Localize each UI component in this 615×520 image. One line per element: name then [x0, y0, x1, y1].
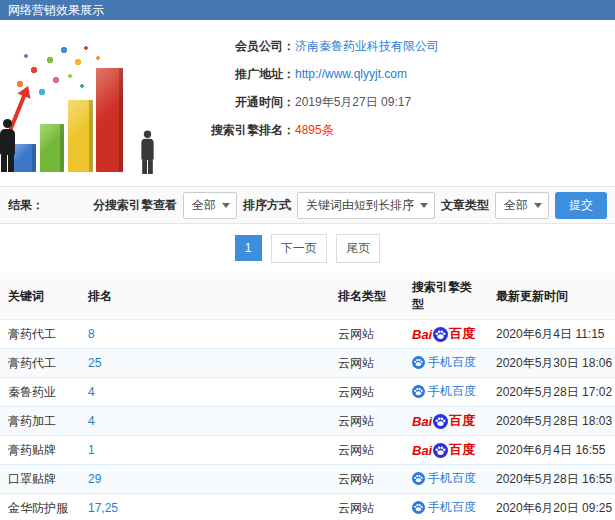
sort-value: 关键词由短到长排序 — [306, 198, 414, 212]
updated-cell: 2020年5月28日 16:55 — [488, 465, 615, 494]
table-row: 膏药代工 8 云网站 Bai百度 2020年6月4日 11:15 — [0, 320, 615, 349]
rank-link[interactable]: 4 — [88, 385, 95, 399]
rank-link[interactable]: 4 — [88, 414, 95, 428]
mobile-baidu-icon: 手机百度 — [412, 470, 476, 487]
engine-filter-select[interactable]: 全部 — [183, 192, 237, 219]
updated-cell: 2020年5月28日 18:03 — [488, 407, 615, 436]
header-keyword: 关键词 — [0, 273, 80, 320]
baidu-paw-icon — [412, 472, 425, 485]
rank-link[interactable]: 17,25 — [88, 501, 118, 515]
open-time-value: 2019年5月27日 09:17 — [295, 92, 411, 112]
table-row: 膏药代工 25 云网站 手机百度 2020年5月30日 18:06 — [0, 349, 615, 378]
baidu-paw-icon — [433, 327, 448, 342]
rank-type-cell: 云网站 — [330, 465, 404, 494]
keyword-cell: 口罩贴牌 — [0, 465, 80, 494]
rank-type-cell: 云网站 — [330, 320, 404, 349]
rank-link[interactable]: 29 — [88, 472, 101, 486]
baidu-paw-icon — [412, 385, 425, 398]
keyword-cell: 膏药贴牌 — [0, 436, 80, 465]
table-row: 秦鲁药业 4 云网站 手机百度 2020年5月28日 17:02 — [0, 378, 615, 407]
engine-cell: 手机百度 — [404, 349, 488, 378]
keyword-cell: 膏药代工 — [0, 349, 80, 378]
baidu-paw-icon — [412, 501, 425, 514]
engine-cell: 手机百度 — [404, 378, 488, 407]
mobile-baidu-icon: 手机百度 — [412, 499, 476, 516]
company-link[interactable]: 济南秦鲁药业科技有限公司 — [295, 36, 439, 56]
chart-bar — [40, 124, 64, 172]
keyword-cell: 膏药代工 — [0, 320, 80, 349]
updated-cell: 2020年6月20日 09:25 — [488, 494, 615, 520]
rank-type-cell: 云网站 — [330, 407, 404, 436]
chart-bar — [96, 68, 123, 172]
rank-type-cell: 云网站 — [330, 349, 404, 378]
baidu-logo-icon: Bai百度 — [412, 325, 475, 343]
article-type-value: 全部 — [504, 198, 528, 212]
chart-bar — [68, 100, 93, 172]
updated-cell: 2020年6月4日 16:55 — [488, 436, 615, 465]
baidu-logo-icon: Bai百度 — [412, 441, 475, 459]
engine-filter-label: 分搜索引擎查看 — [93, 197, 177, 214]
article-type-label: 文章类型 — [441, 197, 489, 214]
info-section: 会员公司： 济南秦鲁药业科技有限公司 推广地址： http://www.qlyy… — [0, 20, 615, 186]
promo-url-link[interactable]: http://www.qlyyjt.com — [295, 64, 407, 84]
rank-type-cell: 云网站 — [330, 378, 404, 407]
table-row: 膏药加工 4 云网站 Bai百度 2020年5月28日 18:03 — [0, 407, 615, 436]
table-header-row: 关键词 排名 排名类型 搜索引擎类型 最新更新时间 — [0, 273, 615, 320]
engine-cell: 手机百度 — [404, 494, 488, 520]
company-label: 会员公司： — [185, 36, 295, 56]
engine-cell: Bai百度 — [404, 407, 488, 436]
rank-count-value: 4895条 — [295, 120, 334, 140]
businessman-figure — [141, 131, 153, 174]
header-rank: 排名 — [80, 273, 330, 320]
updated-cell: 2020年6月4日 11:15 — [488, 320, 615, 349]
chevron-down-icon — [534, 203, 542, 212]
engine-cell: Bai百度 — [404, 436, 488, 465]
rank-type-cell: 云网站 — [330, 436, 404, 465]
rank-link[interactable]: 8 — [88, 327, 95, 341]
article-type-select[interactable]: 全部 — [495, 192, 549, 219]
submit-button[interactable]: 提交 — [555, 192, 607, 219]
keyword-cell: 膏药加工 — [0, 407, 80, 436]
page-title: 网络营销效果展示 — [8, 3, 104, 17]
header-rank-type: 排名类型 — [330, 273, 404, 320]
header-updated: 最新更新时间 — [488, 273, 615, 320]
keyword-cell: 秦鲁药业 — [0, 378, 80, 407]
sort-label: 排序方式 — [243, 197, 291, 214]
keywords-table: 关键词 排名 排名类型 搜索引擎类型 最新更新时间 膏药代工 8 云网站 Bai… — [0, 273, 615, 520]
sort-select[interactable]: 关键词由短到长排序 — [297, 192, 435, 219]
chart-bar — [12, 144, 36, 172]
updated-cell: 2020年5月28日 17:02 — [488, 378, 615, 407]
table-row: 膏药贴牌 1 云网站 Bai百度 2020年6月4日 16:55 — [0, 436, 615, 465]
rank-link[interactable]: 25 — [88, 356, 101, 370]
marketing-results-panel: 网络营销效果展示 会员公司： 济南秦鲁药业科技有限公司 推广地址： — [0, 0, 615, 520]
baidu-paw-icon — [412, 356, 425, 369]
baidu-paw-icon — [433, 443, 448, 458]
page-next[interactable]: 下一页 — [271, 234, 327, 263]
header-engine-type: 搜索引擎类型 — [404, 273, 488, 320]
updated-cell: 2020年5月30日 18:06 — [488, 349, 615, 378]
filter-bar: 结果： 分搜索引擎查看 全部 排序方式 关键词由短到长排序 文章类型 全部 提交 — [0, 186, 615, 224]
page-current[interactable]: 1 — [235, 235, 262, 261]
table-row: 口罩贴牌 29 云网站 手机百度 2020年5月28日 16:55 — [0, 465, 615, 494]
keyword-cell: 金华防护服 — [0, 494, 80, 520]
engine-cell: 手机百度 — [404, 465, 488, 494]
baidu-logo-icon: Bai百度 — [412, 412, 475, 430]
bar-chart-illustration — [0, 20, 185, 178]
page-last[interactable]: 尾页 — [336, 234, 380, 263]
rank-count-label: 搜索引擎排名： — [185, 120, 295, 140]
mobile-baidu-icon: 手机百度 — [412, 383, 476, 400]
mobile-baidu-icon: 手机百度 — [412, 354, 476, 371]
rank-link[interactable]: 1 — [88, 443, 95, 457]
company-row: 会员公司： 济南秦鲁药业科技有限公司 — [185, 36, 615, 56]
chevron-down-icon — [222, 203, 230, 212]
baidu-paw-icon — [433, 414, 448, 429]
promo-url-row: 推广地址： http://www.qlyyjt.com — [185, 64, 615, 84]
member-info: 会员公司： 济南秦鲁药业科技有限公司 推广地址： http://www.qlyy… — [185, 20, 615, 186]
open-time-label: 开通时间： — [185, 92, 295, 112]
chevron-down-icon — [420, 203, 428, 212]
promo-url-label: 推广地址： — [185, 64, 295, 84]
pagination: 1 下一页 尾页 — [0, 224, 615, 273]
businessman-figure — [0, 119, 15, 172]
title-bar: 网络营销效果展示 — [0, 0, 615, 20]
open-time-row: 开通时间： 2019年5月27日 09:17 — [185, 92, 615, 112]
